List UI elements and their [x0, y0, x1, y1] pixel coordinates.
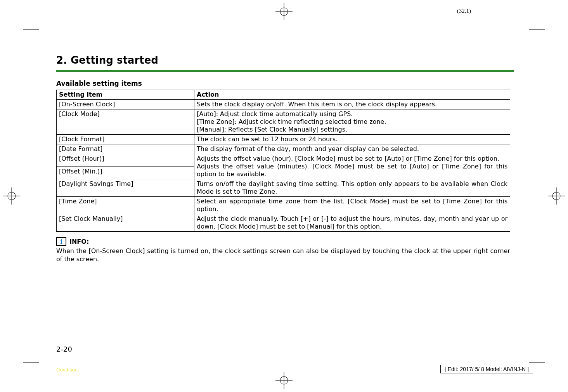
setting-item: [Date Format] [57, 144, 194, 154]
table-header: Setting item [57, 90, 194, 100]
setting-item: [Daylight Savings Time] [57, 179, 194, 197]
section-title: 2. Getting started [56, 54, 510, 66]
crop-mark [39, 21, 39, 37]
crop-mark [23, 363, 39, 363]
table-row: [Date Format] The display format of the … [57, 144, 510, 154]
setting-item: [Clock Mode] [57, 109, 194, 135]
settings-table: Setting item Action [On-Screen Clock] Se… [56, 90, 510, 232]
crop-mark [529, 21, 529, 37]
setting-item: [Time Zone] [57, 197, 194, 214]
registration-mark-bottom [275, 372, 293, 389]
table-row: [Time Zone] Select an appropriate time z… [57, 197, 510, 214]
table-row: [Set Clock Manually] Adjust the clock ma… [57, 214, 510, 232]
table-row: [Offset (Hour)] Adjusts the offset value… [57, 154, 510, 167]
table-row: [Clock Mode] [Auto]: Adjust clock time a… [57, 109, 510, 135]
table-row: [Clock Format] The clock can be set to 1… [57, 135, 510, 144]
registration-mark-top [275, 3, 293, 20]
setting-action: Adjusts the offset value (hour). [Clock … [194, 154, 510, 179]
setting-item: [Set Clock Manually] [57, 214, 194, 232]
condition-label: Condition: [56, 367, 79, 373]
subheading: Available setting items [56, 80, 510, 87]
setting-action: [Auto]: Adjust clock time automatically … [194, 109, 510, 135]
setting-action: The display format of the day, month and… [194, 144, 510, 154]
setting-action: Adjust the clock manually. Touch [+] or … [194, 214, 510, 232]
info-heading: i INFO: [56, 237, 510, 246]
page-coordinate: (32,1) [457, 8, 471, 14]
table-row: [Daylight Savings Time] Turns on/off the… [57, 179, 510, 197]
page-content: 2. Getting started Available setting ite… [56, 54, 510, 264]
info-text: When the [On-Screen Clock] setting is tu… [56, 247, 510, 264]
setting-action: Turns on/off the daylight saving time se… [194, 179, 510, 197]
table-header-row: Setting item Action [57, 90, 510, 100]
crop-mark [529, 29, 545, 29]
info-icon: i [56, 237, 66, 246]
setting-action: Sets the clock display on/off. When this… [194, 100, 510, 109]
info-label: INFO: [69, 238, 89, 245]
registration-mark-left [3, 187, 20, 205]
crop-mark [23, 29, 39, 29]
setting-action: The clock can be set to 12 hours or 24 h… [194, 135, 510, 144]
crop-mark [39, 355, 39, 371]
table-row: [On-Screen Clock] Sets the clock display… [57, 100, 510, 109]
edit-info-box: [ Edit: 2017/ 5/ 8 Model: AIVINJ-N ] [440, 365, 533, 373]
registration-mark-right [548, 187, 565, 205]
setting-item: [Clock Format] [57, 135, 194, 144]
setting-action: Select an appropriate time zone from the… [194, 197, 510, 214]
accent-bar [56, 70, 514, 72]
setting-item: [Offset (Min.)] [57, 167, 194, 179]
page-number: 2-20 [56, 345, 72, 353]
crop-mark [529, 363, 545, 363]
setting-item: [Offset (Hour)] [57, 154, 194, 167]
table-header: Action [194, 90, 510, 100]
setting-item: [On-Screen Clock] [57, 100, 194, 109]
